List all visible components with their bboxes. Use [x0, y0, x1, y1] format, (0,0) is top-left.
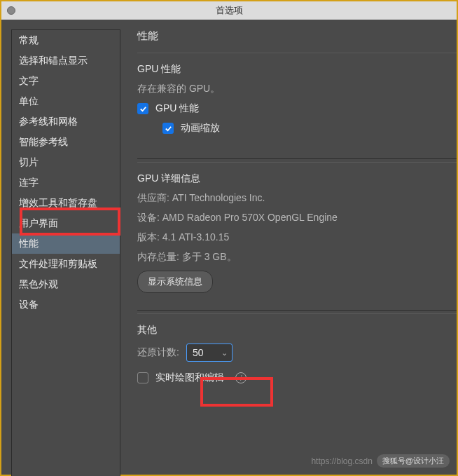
vendor-label: 供应商: [137, 192, 169, 203]
gpu-info-section: GPU 详细信息 供应商: ATI Technologies Inc. 设备: … [137, 162, 457, 311]
gpu-info-section-title: GPU 详细信息 [137, 172, 457, 185]
checkbox-checked-icon [162, 123, 174, 134]
anim-zoom-checkbox-label: 动画缩放 [181, 122, 220, 135]
device-value: AMD Radeon Pro 570X OpenGL Engine [162, 212, 338, 223]
gpu-performance-section: GPU 性能 存在兼容的 GPU。 GPU 性能 动画缩放 [137, 53, 457, 159]
other-section: 其他 还原计数: 50 ⌄ 实时绘图和编辑 i [137, 313, 457, 408]
page-title: 性能 [137, 29, 457, 43]
anim-zoom-checkbox-row[interactable]: 动画缩放 [162, 122, 457, 135]
version-value: 4.1 ATI-3.10.15 [162, 231, 229, 243]
undo-count-value: 50 [193, 347, 204, 358]
sidebar-item-selection-anchor[interactable]: 选择和锚点显示 [12, 50, 120, 71]
other-section-title: 其他 [137, 324, 457, 336]
version-label: 版本: [137, 231, 160, 243]
gpu-memory-line: 内存总量: 多于 3 GB。 [137, 251, 457, 264]
sidebar-item-general[interactable]: 常规 [12, 30, 120, 50]
info-icon[interactable]: i [235, 372, 247, 383]
realtime-draw-checkbox-row[interactable]: 实时绘图和编辑 i [137, 372, 457, 384]
sidebar-item-ui[interactable]: 用户界面 [12, 213, 120, 233]
gpu-performance-checkbox-label: GPU 性能 [155, 102, 199, 115]
sidebar-item-black-appearance[interactable]: 黑色外观 [12, 274, 120, 294]
sidebar-item-performance[interactable]: 性能 [12, 233, 120, 254]
chevron-down-icon: ⌄ [221, 348, 228, 358]
gpu-version-line: 版本: 4.1 ATI-3.10.15 [137, 231, 457, 244]
watermark-pill: 搜狐号@设计小汪 [377, 454, 450, 468]
checkbox-unchecked-icon [137, 372, 148, 383]
sidebar-item-guides-grid[interactable]: 参考线和网格 [12, 111, 120, 132]
sidebar-item-units[interactable]: 单位 [12, 91, 120, 111]
watermark-url: https://blog.csdn [311, 456, 372, 466]
sidebar-item-devices[interactable]: 设备 [12, 294, 120, 315]
show-system-info-button[interactable]: 显示系统信息 [137, 271, 213, 293]
sidebar-item-smart-guides[interactable]: 智能参考线 [12, 132, 120, 152]
sidebar-item-hyphenation[interactable]: 连字 [12, 172, 120, 193]
sidebar-item-file-clipboard[interactable]: 文件处理和剪贴板 [12, 254, 120, 274]
gpu-performance-checkbox-row[interactable]: GPU 性能 [137, 102, 457, 115]
gpu-vendor-line: 供应商: ATI Technologies Inc. [137, 192, 457, 205]
vendor-value: ATI Technologies Inc. [172, 192, 265, 203]
memory-label: 内存总量: [137, 251, 179, 262]
undo-count-label: 还原计数: [137, 346, 179, 359]
gpu-perf-section-title: GPU 性能 [137, 63, 457, 76]
watermark: https://blog.csdn 搜狐号@设计小汪 [311, 454, 450, 468]
sidebar-item-plugins-scratch[interactable]: 增效工具和暂存盘 [12, 193, 120, 213]
window-button[interactable] [7, 6, 15, 15]
gpu-compat-text: 存在兼容的 GPU。 [137, 83, 457, 95]
window-title: 首选项 [216, 4, 243, 17]
main-panel: 性能 GPU 性能 存在兼容的 GPU。 GPU 性能 动画缩放 [120, 29, 457, 475]
sidebar-item-slices[interactable]: 切片 [12, 152, 120, 172]
memory-value: 多于 3 GB。 [182, 251, 237, 262]
device-label: 设备: [137, 212, 160, 223]
preferences-sidebar: 常规 选择和锚点显示 文字 单位 参考线和网格 智能参考线 切片 连字 增效工具… [11, 29, 120, 476]
realtime-draw-label: 实时绘图和编辑 [155, 372, 224, 384]
titlebar: 首选项 [1, 1, 457, 20]
sidebar-item-type[interactable]: 文字 [12, 71, 120, 91]
undo-count-select[interactable]: 50 ⌄ [186, 344, 233, 362]
gpu-device-line: 设备: AMD Radeon Pro 570X OpenGL Engine [137, 212, 457, 224]
checkbox-checked-icon [137, 103, 148, 114]
